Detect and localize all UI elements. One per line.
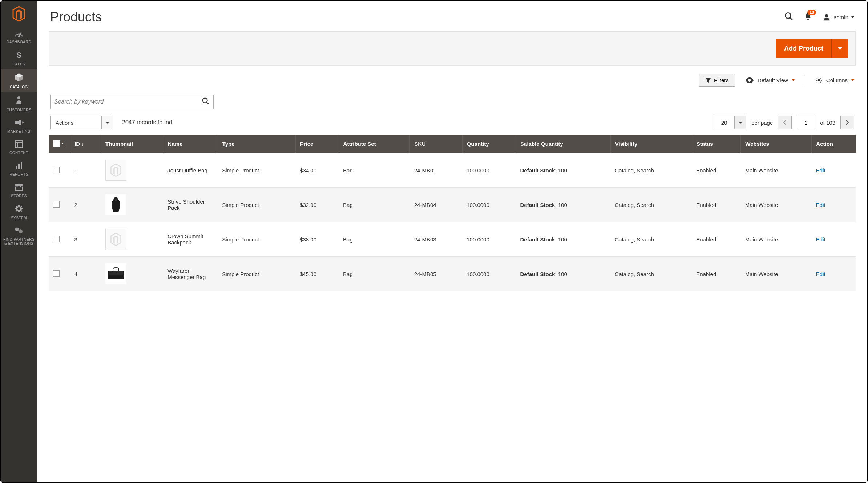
svg-line-17 <box>207 102 209 104</box>
cell-id: 4 <box>70 257 101 291</box>
cell-name: Strive Shoulder Pack <box>163 188 218 222</box>
table-row[interactable]: 3Crown Summit BackpackSimple Product$38.… <box>49 222 856 257</box>
sidebar-item-find-partners-extensions[interactable]: FIND PARTNERS & EXTENSIONS <box>1 223 37 248</box>
columns-dropdown[interactable]: Columns <box>815 77 854 84</box>
svg-point-11 <box>785 13 791 18</box>
cell-type: Simple Product <box>218 153 295 188</box>
col-action[interactable]: Action <box>812 135 856 153</box>
col-price[interactable]: Price <box>295 135 339 153</box>
col-type[interactable]: Type <box>218 135 295 153</box>
row-checkbox[interactable] <box>53 270 60 277</box>
row-checkbox[interactable] <box>53 201 60 208</box>
cell-visibility: Catalog, Search <box>610 153 692 188</box>
layout-icon <box>15 140 23 149</box>
cell-salable-quantity: Default Stock: 100 <box>516 257 611 291</box>
magento-logo[interactable] <box>1 1 37 25</box>
sidebar-item-label: CONTENT <box>8 151 30 155</box>
sidebar-item-stores[interactable]: STORES <box>1 179 37 201</box>
sidebar-item-marketing[interactable]: MARKETING <box>1 115 37 136</box>
row-checkbox[interactable] <box>53 236 60 242</box>
sidebar-item-customers[interactable]: CUSTOMERS <box>1 92 37 115</box>
admin-sidebar: DASHBOARD$SALESCATALOGCUSTOMERSMARKETING… <box>1 1 37 482</box>
cell-thumbnail <box>101 222 163 257</box>
cell-id: 3 <box>70 222 101 257</box>
cell-status: Enabled <box>692 188 741 222</box>
sidebar-item-system[interactable]: SYSTEM <box>1 201 37 223</box>
search-icon[interactable] <box>784 12 794 23</box>
admin-user-menu[interactable]: admin <box>823 13 854 21</box>
megaphone-icon <box>14 119 24 128</box>
row-checkbox[interactable] <box>53 167 60 173</box>
default-view-label: Default View <box>758 77 788 83</box>
page-size-select[interactable]: 20 <box>714 116 746 129</box>
bars-icon <box>15 161 23 171</box>
table-row[interactable]: 1Joust Duffle BagSimple Product$34.00Bag… <box>49 153 856 188</box>
divider <box>805 75 805 85</box>
prev-page-button[interactable] <box>778 116 792 129</box>
cell-attribute-set: Bag <box>339 222 410 257</box>
filters-button[interactable]: Filters <box>699 74 735 87</box>
cell-websites: Main Website <box>741 257 812 291</box>
cell-quantity: 100.0000 <box>462 222 516 257</box>
col-sku[interactable]: SKU <box>410 135 462 153</box>
col-name[interactable]: Name <box>163 135 218 153</box>
edit-link[interactable]: Edit <box>816 202 825 208</box>
sidebar-item-content[interactable]: CONTENT <box>1 136 37 158</box>
edit-link[interactable]: Edit <box>816 271 825 277</box>
keyword-search-box <box>50 95 214 109</box>
col-id[interactable]: ID↓ <box>70 135 101 153</box>
add-product-button[interactable]: Add Product <box>776 39 831 58</box>
col-attribute-set[interactable]: Attribute Set <box>339 135 410 153</box>
sidebar-item-label: STORES <box>9 194 28 198</box>
cell-status: Enabled <box>692 222 741 257</box>
table-row[interactable]: 2Strive Shoulder PackSimple Product$32.0… <box>49 188 856 222</box>
edit-link[interactable]: Edit <box>816 236 825 243</box>
cell-price: $32.00 <box>295 188 339 222</box>
cell-name: Crown Summit Backpack <box>163 222 218 257</box>
sidebar-item-label: DASHBOARD <box>5 40 33 44</box>
product-thumbnail <box>105 263 126 284</box>
cell-id: 1 <box>70 153 101 188</box>
current-page-input[interactable] <box>797 116 815 129</box>
col-thumbnail[interactable]: Thumbnail <box>101 135 163 153</box>
sidebar-item-label: REPORTS <box>8 172 30 176</box>
col-visibility[interactable]: Visibility <box>610 135 692 153</box>
sidebar-item-label: MARKETING <box>6 129 32 133</box>
dollar-icon: $ <box>16 51 21 61</box>
sidebar-item-dashboard[interactable]: DASHBOARD <box>1 25 37 47</box>
filters-label: Filters <box>714 77 729 83</box>
cell-type: Simple Product <box>218 257 295 291</box>
col-salable-quantity[interactable]: Salable Quantity <box>516 135 611 153</box>
sidebar-item-reports[interactable]: REPORTS <box>1 158 37 179</box>
sidebar-item-catalog[interactable]: CATALOG <box>1 69 37 92</box>
cell-websites: Main Website <box>741 188 812 222</box>
svg-point-14 <box>825 14 828 17</box>
default-view-dropdown[interactable]: Default View <box>745 77 795 83</box>
sidebar-item-label: FIND PARTNERS & EXTENSIONS <box>1 237 37 246</box>
add-product-dropdown-toggle[interactable] <box>831 39 848 58</box>
search-icon[interactable] <box>202 97 210 107</box>
notifications-button[interactable]: 13 <box>804 12 812 22</box>
mass-actions-dropdown[interactable]: Actions <box>50 116 113 129</box>
of-pages-label: of 103 <box>820 120 835 126</box>
svg-rect-4 <box>15 140 23 148</box>
col-status[interactable]: Status <box>692 135 741 153</box>
next-page-button[interactable] <box>840 116 854 129</box>
columns-label: Columns <box>826 77 848 83</box>
cell-visibility: Catalog, Search <box>610 257 692 291</box>
page-title: Products <box>50 9 102 25</box>
select-all-checkbox[interactable] <box>53 140 65 147</box>
table-row[interactable]: 4Wayfarer Messenger BagSimple Product$45… <box>49 257 856 291</box>
sidebar-item-sales[interactable]: $SALES <box>1 47 37 69</box>
cell-visibility: Catalog, Search <box>610 188 692 222</box>
keyword-search-input[interactable] <box>54 99 202 105</box>
col-quantity[interactable]: Quantity <box>462 135 516 153</box>
cell-sku: 24-MB04 <box>410 188 462 222</box>
col-websites[interactable]: Websites <box>741 135 812 153</box>
cell-quantity: 100.0000 <box>462 153 516 188</box>
svg-point-16 <box>203 98 207 103</box>
chevron-down-icon <box>101 116 113 129</box>
edit-link[interactable]: Edit <box>816 167 825 173</box>
svg-line-12 <box>790 17 792 20</box>
svg-rect-9 <box>21 162 22 169</box>
